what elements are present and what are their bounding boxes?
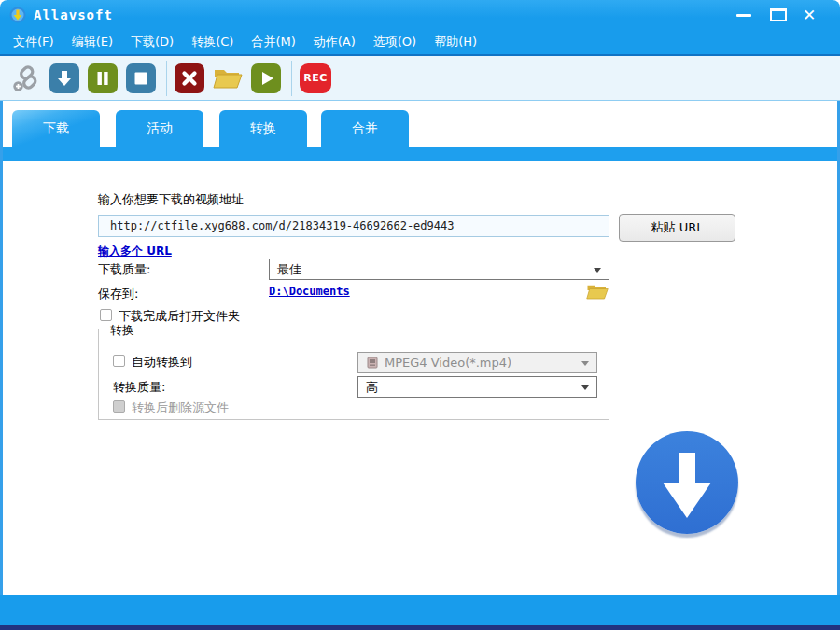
- download-panel: 输入你想要下载的视频地址 粘贴 URL 输入多个 URL 下载质量: 最佳 保存…: [0, 161, 840, 595]
- link-plus-icon: [12, 64, 40, 92]
- video-file-icon: [366, 357, 379, 369]
- convert-quality-label: 转换质量:: [113, 379, 165, 396]
- allavsoft-window: Allavsoft ✕ 文件(F) 编辑(E) 下载(D) 转换(C) 合并(M…: [0, 0, 840, 630]
- menu-action[interactable]: 动作(A): [314, 34, 356, 50]
- window-border-left: [0, 101, 3, 625]
- menu-options[interactable]: 选项(O): [373, 34, 416, 50]
- tab-activity[interactable]: 活动: [116, 110, 203, 147]
- toolbar: REC: [0, 54, 840, 101]
- delete-source-label: 转换后删除源文件: [132, 399, 229, 416]
- download-quality-label: 下载质量:: [98, 261, 150, 278]
- menu-bar: 文件(F) 编辑(E) 下载(D) 转换(C) 合并(M) 动作(A) 选项(O…: [0, 30, 840, 54]
- menu-edit[interactable]: 编辑(E): [72, 34, 113, 50]
- auto-convert-checkbox[interactable]: [113, 355, 125, 367]
- big-download-arrow-icon: [636, 431, 738, 534]
- record-label: REC: [303, 72, 328, 84]
- window-bottom-edge: [0, 625, 840, 630]
- download-quality-value: 最佳: [277, 261, 301, 278]
- url-input[interactable]: [98, 215, 609, 237]
- convert-group-legend: 转换: [105, 322, 139, 339]
- title-bar: Allavsoft ✕: [0, 0, 840, 30]
- download-arrow-icon: [54, 68, 75, 89]
- menu-file[interactable]: 文件(F): [13, 34, 54, 50]
- menu-download[interactable]: 下载(D): [131, 34, 174, 50]
- convert-quality-value: 高: [366, 379, 378, 396]
- chevron-down-icon: [581, 361, 589, 366]
- paste-url-button[interactable]: 粘贴 URL: [619, 214, 735, 242]
- minimize-button[interactable]: [736, 14, 751, 17]
- delete-source-checkbox: [113, 400, 125, 413]
- output-format-dropdown: MPEG4 Video(*.mp4): [357, 352, 597, 373]
- tab-bar-underline: [0, 147, 840, 161]
- tab-merge[interactable]: 合并: [321, 110, 409, 147]
- download-quality-dropdown[interactable]: 最佳: [269, 259, 609, 280]
- chevron-down-icon: [581, 385, 589, 390]
- window-title: Allavsoft: [34, 7, 113, 22]
- stop-button[interactable]: [126, 63, 156, 93]
- auto-convert-label[interactable]: 自动转换到: [132, 354, 192, 371]
- tab-download[interactable]: 下载: [12, 110, 100, 147]
- status-bar: [0, 595, 840, 625]
- menu-help[interactable]: 帮助(H): [434, 34, 477, 50]
- play-icon: [256, 68, 276, 89]
- open-folder-after-download-checkbox[interactable]: [100, 309, 112, 321]
- chevron-down-icon: [594, 268, 601, 273]
- multi-url-link[interactable]: 输入多个 URL: [98, 244, 172, 259]
- open-folder-button[interactable]: [213, 63, 243, 93]
- add-url-button[interactable]: [11, 63, 41, 93]
- save-path-link[interactable]: D:\Documents: [269, 285, 350, 298]
- pause-icon: [92, 68, 113, 89]
- app-logo-icon: [9, 7, 26, 23]
- toolbar-separator: [166, 61, 167, 96]
- save-to-label: 保存到:: [98, 286, 138, 302]
- url-label: 输入你想要下载的视频地址: [98, 191, 244, 208]
- output-format-value: MPEG4 Video(*.mp4): [385, 356, 511, 370]
- folder-icon: [213, 65, 243, 91]
- toolbar-separator: [291, 61, 292, 96]
- record-button[interactable]: REC: [300, 63, 331, 93]
- close-button[interactable]: ✕: [799, 5, 819, 25]
- stop-icon: [131, 68, 151, 89]
- cancel-button[interactable]: [175, 63, 204, 93]
- menu-merge[interactable]: 合并(M): [251, 34, 295, 50]
- download-button[interactable]: [49, 63, 79, 93]
- convert-quality-dropdown[interactable]: 高: [357, 376, 597, 398]
- tab-strip: 下载 活动 转换 合并: [0, 101, 840, 161]
- pause-button[interactable]: [88, 63, 118, 93]
- close-x-icon: [179, 68, 200, 89]
- menu-convert[interactable]: 转换(C): [191, 34, 233, 50]
- play-button[interactable]: [251, 63, 281, 93]
- maximize-button[interactable]: [770, 8, 787, 21]
- tab-convert[interactable]: 转换: [219, 110, 307, 147]
- browse-folder-icon[interactable]: [585, 282, 609, 301]
- start-download-big-button[interactable]: [636, 431, 738, 534]
